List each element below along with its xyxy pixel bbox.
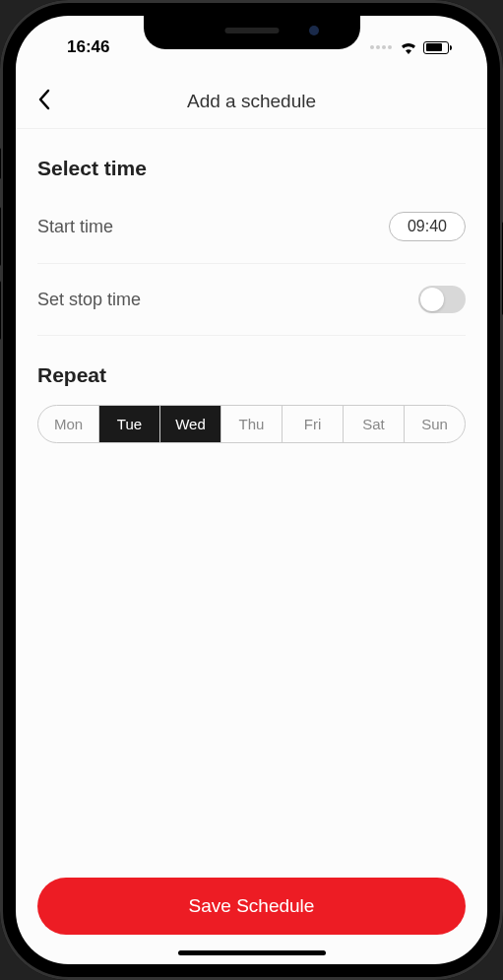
volume-up <box>0 207 1 266</box>
select-time-heading: Select time <box>37 157 466 180</box>
status-time: 16:46 <box>43 37 109 57</box>
days-selector: Mon Tue Wed Thu Fri Sat Sun <box>37 405 466 443</box>
volume-down <box>0 281 1 340</box>
phone-screen: 16:46 Add a schedule Select tim <box>16 16 487 964</box>
footer: Save Schedule <box>16 860 487 964</box>
page-title: Add a schedule <box>37 91 466 112</box>
battery-icon <box>423 41 452 54</box>
day-tue[interactable]: Tue <box>99 406 160 442</box>
day-fri[interactable]: Fri <box>283 406 344 442</box>
phone-notch <box>144 16 360 49</box>
cell-signal-icon <box>370 45 392 49</box>
status-icons <box>370 41 460 54</box>
toggle-knob <box>420 288 444 311</box>
content: Select time Start time 09:40 Set stop ti… <box>16 129 487 860</box>
start-time-value[interactable]: 09:40 <box>389 212 466 241</box>
day-sat[interactable]: Sat <box>344 406 405 442</box>
start-time-label: Start time <box>37 217 113 237</box>
start-time-row: Start time 09:40 <box>37 190 466 264</box>
repeat-heading: Repeat <box>37 363 466 387</box>
day-mon[interactable]: Mon <box>38 406 99 442</box>
back-button[interactable] <box>37 89 50 114</box>
nav-header: Add a schedule <box>16 61 487 129</box>
day-wed[interactable]: Wed <box>160 406 221 442</box>
save-schedule-button[interactable]: Save Schedule <box>37 878 466 935</box>
home-indicator[interactable] <box>178 950 326 955</box>
phone-frame: 16:46 Add a schedule Select tim <box>0 0 503 980</box>
stop-time-toggle[interactable] <box>418 286 466 313</box>
day-thu[interactable]: Thu <box>221 406 283 442</box>
chevron-left-icon <box>37 89 50 110</box>
mute-switch <box>0 148 1 179</box>
day-sun[interactable]: Sun <box>405 406 465 442</box>
stop-time-row: Set stop time <box>37 264 466 336</box>
wifi-icon <box>400 41 417 54</box>
stop-time-label: Set stop time <box>37 290 141 310</box>
